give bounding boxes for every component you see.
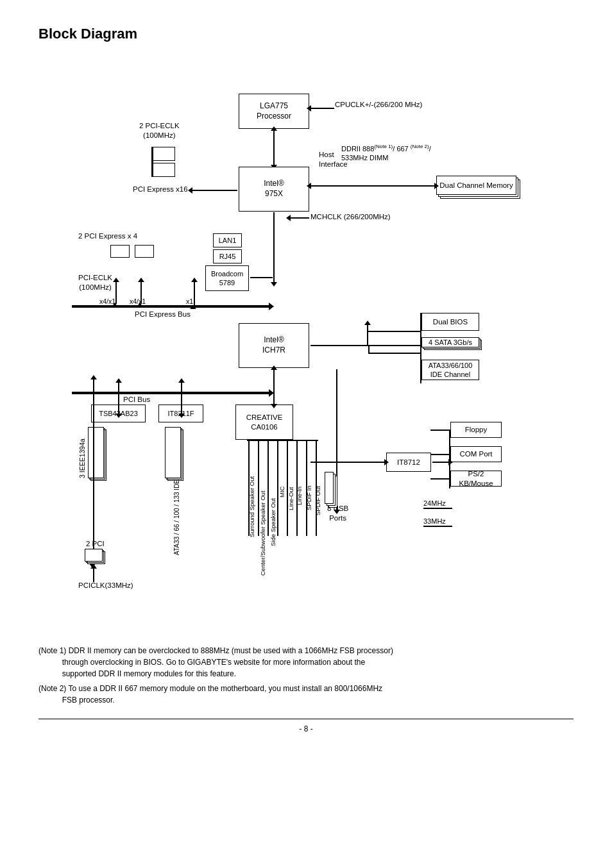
mic-label: MIC [278, 487, 285, 497]
it8211-down [181, 405, 182, 414]
mchclk-label: MCHCLK (266/200MHz) [310, 212, 391, 222]
pci-express-x16-arrow [192, 190, 237, 191]
pci-express-x16-label: PCI Express x16 [133, 185, 188, 194]
x1-up-arrow [194, 281, 195, 297]
tsb43-down [118, 405, 119, 414]
cpuclk-label: CPUCLK+/-(266/200 MHz) [335, 100, 422, 110]
creative-box: CREATIVECA0106 [235, 405, 293, 440]
pciclk-label: PCICLK(33MHz) [78, 581, 133, 590]
pciclk-arrow [93, 568, 94, 582]
com-port-box: COM Port [450, 446, 502, 462]
floppy-box: Floppy [450, 422, 502, 438]
pci-bus-label: PCI Bus [123, 395, 150, 405]
intel975x-box: Intel®975X [239, 167, 309, 212]
ide-channel-box: ATA33/66/100IDE Channel [421, 360, 479, 380]
cpuclk-arrow [310, 108, 334, 109]
x4x1-left-up-arrow [115, 281, 117, 297]
mhz33-label: 33MHz [423, 517, 446, 526]
intel-ich7r-box: Intel®ICH7R [239, 323, 309, 368]
lga775-box: LGA775Processor [239, 94, 309, 129]
page-title: Block Diagram [38, 26, 574, 42]
it8712-right-arrow [432, 462, 449, 463]
broadcom-box: Broadcom5789 [205, 265, 249, 291]
block-diagram: LGA775Processor CPUCLK+/-(266/200 MHz) H… [40, 55, 572, 632]
pci2-up-arrow [93, 379, 94, 549]
pci-express-bus-label: PCI Express Bus [135, 310, 191, 319]
mhz24-label: 24MHz [423, 499, 446, 508]
subwoofer-speaker-label: Center/Subwoofer Speaker Out [259, 490, 266, 576]
975x-to-ich7r-arrow [273, 212, 275, 283]
host-interface-arrow [273, 130, 275, 165]
notes-section: (Note 1) DDR II memory can be overclocke… [38, 645, 574, 706]
broadcom-arrow [250, 277, 273, 278]
pci-eclk2-label: PCI-ECLK(100MHz) [78, 273, 112, 292]
note1-text: (Note 1) DDR II memory can be overclocke… [38, 645, 574, 680]
ddrii-label: DDRII 888(Note 1)/ 667 (Note 2)/ 533MHz … [341, 144, 431, 162]
lan1-box: LAN1 [213, 233, 242, 247]
tsb43-up [118, 382, 119, 405]
pci2-label: 2 PCI [86, 539, 105, 549]
rj45-box: RJ45 [213, 249, 242, 263]
pci-express-x4-label: 2 PCI Express x 4 [78, 231, 137, 241]
page-number: - 8 - [38, 719, 574, 733]
pci-eclk-label: 2 PCI-ECLK(100MHz) [139, 121, 180, 140]
line-out-label: Line-Out [287, 487, 294, 510]
it8712-box: IT8712 [386, 453, 431, 472]
x4x1-right-up-arrow [140, 281, 142, 297]
ich7r-creative-arrow [273, 369, 275, 405]
ich7r-it8712-arrow [310, 462, 385, 463]
dual-bios-box: Dual BIOS [421, 313, 479, 331]
bios-arrow [367, 324, 368, 345]
mchclk-arrow [290, 217, 309, 219]
ps2-box: PS/2 KB/Mouse [450, 471, 502, 487]
memory-arrow [310, 185, 435, 187]
note2-text: (Note 2) To use a DDR II 667 memory modu… [38, 683, 574, 706]
it8211-up [181, 382, 182, 405]
ieee1394a-label: 3 IEEE1394a [78, 438, 86, 478]
side-speaker-label: Side Speaker Out [269, 498, 276, 546]
